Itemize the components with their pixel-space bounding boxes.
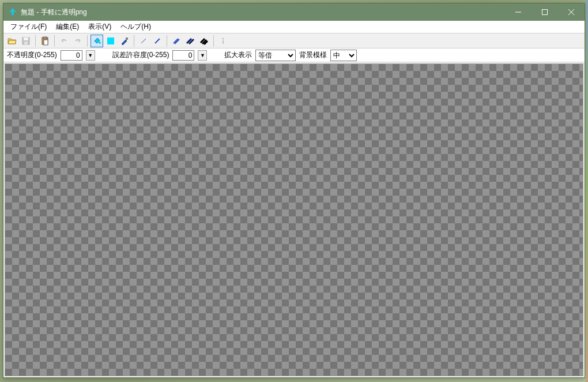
pen-thin-icon — [139, 36, 148, 46]
separator — [167, 35, 167, 47]
tolerance-input[interactable] — [172, 50, 194, 61]
fill-tool-button[interactable] — [91, 35, 103, 47]
color-swatch-button[interactable] — [104, 35, 117, 47]
background-edge — [586, 0, 588, 382]
pen-double-button[interactable] — [184, 35, 197, 47]
svg-rect-13 — [126, 38, 128, 40]
paste-button[interactable] — [39, 35, 51, 47]
pen-thick-icon — [172, 36, 181, 46]
svg-point-23 — [223, 38, 224, 39]
svg-rect-2 — [542, 10, 548, 15]
open-button[interactable] — [6, 35, 18, 47]
opacity-input[interactable] — [61, 50, 82, 61]
redo-button[interactable] — [71, 35, 84, 47]
app-window: 無題 - 手軽に透明png ファイル(F) 編集(E) 表示(V) ヘルプ(H) — [3, 3, 585, 378]
info-icon — [218, 36, 228, 46]
toolbar — [3, 33, 585, 48]
svg-rect-6 — [24, 38, 28, 40]
separator — [35, 35, 36, 47]
pen-triple-button[interactable] — [198, 35, 210, 47]
opacity-dropdown[interactable]: ▼ — [86, 50, 95, 61]
save-icon — [21, 36, 31, 46]
redo-icon — [73, 36, 82, 46]
svg-line-14 — [141, 39, 146, 43]
svg-point-11 — [99, 42, 101, 44]
close-button[interactable] — [558, 3, 585, 21]
separator — [87, 35, 88, 47]
eyedropper-icon — [120, 36, 129, 46]
app-icon — [8, 8, 17, 17]
maximize-button[interactable] — [532, 3, 558, 21]
menu-help[interactable]: ヘルプ(H) — [116, 20, 156, 33]
color-swatch-icon — [106, 36, 115, 46]
menu-file[interactable]: ファイル(F) — [6, 20, 51, 33]
opacity-label: 不透明度(0-255) — [7, 50, 57, 60]
info-button[interactable] — [217, 35, 229, 47]
save-button[interactable] — [20, 35, 32, 47]
window-title: 無題 - 手軽に透明png — [21, 8, 505, 17]
folder-open-icon — [7, 36, 17, 46]
pen-double-icon — [186, 36, 195, 46]
svg-rect-10 — [44, 40, 48, 45]
undo-button[interactable] — [58, 35, 70, 47]
bg-pattern-label: 背景模様 — [299, 50, 327, 60]
tolerance-dropdown[interactable]: ▼ — [198, 50, 207, 61]
zoom-select[interactable]: 等倍 — [255, 50, 296, 61]
bg-pattern-select[interactable]: 中 — [330, 50, 357, 61]
pen-med-icon — [153, 36, 162, 46]
window-controls — [505, 3, 585, 21]
canvas-area — [3, 62, 585, 377]
optionbar: 不透明度(0-255) ▼ 誤差許容度(0-255) ▼ 拡大表示 等倍 背景模… — [3, 48, 585, 62]
svg-line-15 — [155, 39, 160, 43]
maximize-icon — [542, 9, 548, 15]
minimize-icon — [515, 9, 521, 15]
minimize-button[interactable] — [505, 3, 532, 21]
paste-icon — [40, 36, 50, 46]
bucket-icon — [92, 36, 101, 46]
pen-med-button[interactable] — [151, 35, 164, 47]
menu-view[interactable]: 表示(V) — [84, 20, 116, 33]
svg-rect-7 — [24, 42, 28, 44]
close-icon — [568, 9, 574, 15]
svg-rect-24 — [223, 40, 224, 44]
zoom-label: 拡大表示 — [224, 50, 252, 60]
picker-tool-button[interactable] — [118, 35, 131, 47]
pen-triple-icon — [199, 36, 209, 46]
separator — [54, 35, 55, 47]
menubar: ファイル(F) 編集(E) 表示(V) ヘルプ(H) — [3, 21, 585, 33]
titlebar: 無題 - 手軽に透明png — [3, 3, 585, 21]
undo-icon — [59, 36, 69, 46]
canvas[interactable] — [5, 63, 583, 376]
separator — [134, 35, 134, 47]
separator — [213, 35, 214, 47]
pen-thick-button[interactable] — [170, 35, 183, 47]
pen-thin-button[interactable] — [137, 35, 150, 47]
svg-rect-12 — [107, 38, 114, 44]
tolerance-label: 誤差許容度(0-255) — [112, 50, 169, 60]
menu-edit[interactable]: 編集(E) — [51, 20, 84, 33]
svg-rect-9 — [43, 37, 47, 39]
